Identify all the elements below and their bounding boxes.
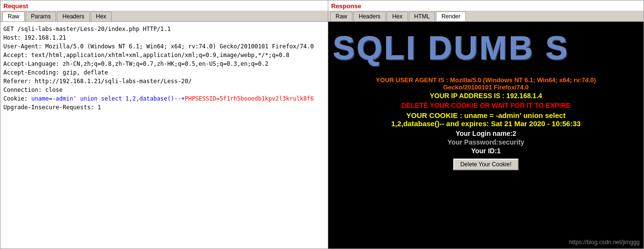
id-line: Your ID:1 <box>333 147 639 155</box>
response-panel: Response Raw Headers Hex HTML Render SQL… <box>328 0 644 249</box>
user-agent-line: YOUR USER AGENT IS : Mozilla/5.0 (Window… <box>333 76 639 84</box>
cookie-highlight-part: PHPSESSID=5f1rh5booedb1kpv2l3krulk8f6 <box>185 95 314 102</box>
your-cookie-line1: YOUR COOKIE : uname = -admin' union sele… <box>333 111 639 119</box>
tab-hex-request[interactable]: Hex <box>91 12 112 21</box>
delete-cookie-button[interactable]: Delete Your Cookie! <box>453 159 518 170</box>
request-title: Request <box>0 0 328 11</box>
tab-raw-request[interactable]: Raw <box>2 12 25 21</box>
tab-params-request[interactable]: Params <box>26 12 56 21</box>
request-panel: Request Raw Params Headers Hex GET /sqli… <box>0 0 328 249</box>
tab-headers-response[interactable]: Headers <box>353 12 386 21</box>
tab-html-response[interactable]: HTML <box>409 12 435 21</box>
request-text: GET /sqli-labs-master/Less-20/index.php … <box>3 25 325 112</box>
delete-cookie-msg: DELETE YOUR COOKIE OR WAIT FOR IT TO EXP… <box>333 102 639 109</box>
info-block: YOUR USER AGENT IS : Mozilla/5.0 (Window… <box>333 76 639 170</box>
ip-address-line: YOUR IP ADDRESS IS : 192.168.1.4 <box>333 92 639 100</box>
response-tabs: Raw Headers Hex HTML Render <box>328 11 644 22</box>
response-render-content: SQLI DUMB S YOUR USER AGENT IS : Mozilla… <box>328 22 644 249</box>
response-title: Response <box>328 0 644 11</box>
cookie-normal-part: uname=-admin' union select 1,2,database(… <box>31 95 185 102</box>
your-cookie-line2: 1,2,database()-- and expires: Sat 21 Mar… <box>333 119 639 128</box>
tab-raw-response[interactable]: Raw <box>330 12 352 21</box>
request-tabs: Raw Params Headers Hex <box>0 11 328 22</box>
password-line: Your Password:security <box>333 138 639 146</box>
gecko-line: Gecko/20100101 Firefox/74.0 <box>333 84 639 91</box>
tab-render-response[interactable]: Render <box>436 12 465 21</box>
request-line-1: GET /sqli-labs-master/Less-20/index.php … <box>3 26 314 111</box>
tab-hex-response[interactable]: Hex <box>387 12 407 21</box>
request-body: GET /sqli-labs-master/Less-20/index.php … <box>0 22 328 249</box>
csdn-link: https://blog.csdn.net/jimggg <box>569 239 640 246</box>
tab-headers-request[interactable]: Headers <box>57 12 89 21</box>
login-name-line: Your Login name:2 <box>333 130 639 137</box>
sqli-dumb-title: SQLI DUMB S <box>333 29 570 67</box>
